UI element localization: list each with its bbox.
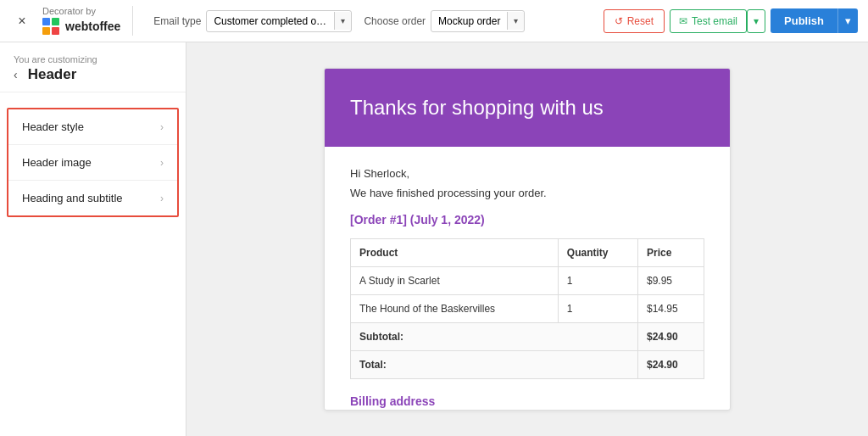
you-are-customizing-label: You are customizing bbox=[14, 54, 172, 64]
email-type-arrow[interactable]: ▾ bbox=[334, 12, 351, 30]
sidebar-item-heading-subtitle[interactable]: Heading and subtitle › bbox=[8, 181, 177, 215]
test-email-button[interactable]: ✉ Test email bbox=[670, 9, 747, 33]
main-area: You are customizing ‹ Header Header styl… bbox=[0, 42, 868, 436]
reset-icon: ↺ bbox=[615, 15, 623, 27]
reset-button[interactable]: ↺ Reset bbox=[604, 9, 665, 33]
table-row: A Study in Scarlet 1 $9.95 bbox=[351, 267, 704, 295]
email-type-value[interactable]: Customer completed or... bbox=[207, 11, 334, 31]
cell-product: A Study in Scarlet bbox=[351, 267, 559, 295]
sidebar-menu: Header style › Header image › Heading an… bbox=[0, 92, 186, 232]
email-preview: Thanks for shopping with us Hi Sherlock,… bbox=[324, 68, 731, 411]
test-email-dropdown-icon: ▾ bbox=[754, 15, 759, 27]
cell-product: The Hound of the Baskervilles bbox=[351, 295, 559, 323]
subtotal-row: Subtotal: $24.90 bbox=[351, 323, 704, 351]
subtotal-value: $24.90 bbox=[637, 323, 704, 351]
preview-area: Thanks for shopping with us Hi Sherlock,… bbox=[186, 42, 868, 436]
email-order-link: [Order #1] (July 1, 2022) bbox=[350, 213, 704, 226]
topbar: × Decorator by webtoffee Email type Cust… bbox=[0, 0, 868, 42]
choose-order-select-wrapper[interactable]: Mockup order ▾ bbox=[431, 10, 525, 32]
sidebar-header: You are customizing ‹ Header bbox=[0, 42, 186, 92]
sidebar: You are customizing ‹ Header Header styl… bbox=[0, 42, 186, 436]
email-body: Hi Sherlock, We have finished processing… bbox=[325, 147, 730, 411]
table-header-row: Product Quantity Price bbox=[351, 239, 704, 267]
close-button[interactable]: × bbox=[10, 9, 34, 33]
test-email-dropdown-button[interactable]: ▾ bbox=[747, 9, 765, 33]
cell-quantity: 1 bbox=[558, 267, 637, 295]
sidebar-title-row: ‹ Header bbox=[14, 66, 172, 83]
brand-logo-area: Decorator by webtoffee bbox=[42, 6, 133, 36]
email-type-group: Email type Customer completed or... ▾ bbox=[153, 10, 352, 32]
sidebar-item-header-image[interactable]: Header image › bbox=[8, 145, 177, 181]
test-email-group: ✉ Test email ▾ bbox=[670, 9, 765, 33]
email-type-label: Email type bbox=[153, 15, 201, 27]
email-intro: We have finished processing your order. bbox=[350, 187, 704, 199]
webtoffee-logo bbox=[42, 17, 61, 36]
publish-button[interactable]: Publish bbox=[771, 8, 837, 33]
cell-price: $14.95 bbox=[637, 295, 704, 323]
email-header-text: Thanks for shopping with us bbox=[350, 96, 704, 120]
col-product: Product bbox=[351, 239, 559, 267]
chevron-right-icon-1: › bbox=[160, 121, 164, 133]
topbar-actions: ↺ Reset ✉ Test email ▾ Publish ▾ bbox=[604, 8, 858, 33]
sidebar-back-button[interactable]: ‹ bbox=[14, 69, 21, 81]
email-type-select-wrapper[interactable]: Customer completed or... ▾ bbox=[206, 10, 352, 32]
total-label: Total: bbox=[351, 351, 638, 379]
publish-group: Publish ▾ bbox=[771, 8, 858, 33]
choose-order-arrow[interactable]: ▾ bbox=[507, 12, 524, 30]
billing-section: Billing address bbox=[350, 394, 704, 408]
reset-label: Reset bbox=[627, 15, 654, 27]
col-quantity: Quantity bbox=[558, 239, 637, 267]
chevron-right-icon-2: › bbox=[160, 157, 164, 169]
sidebar-item-header-image-label: Header image bbox=[22, 156, 92, 169]
cell-quantity: 1 bbox=[558, 295, 637, 323]
email-greeting: Hi Sherlock, bbox=[350, 167, 704, 180]
choose-order-value[interactable]: Mockup order bbox=[431, 11, 507, 31]
choose-order-label: Choose order bbox=[364, 15, 426, 27]
sidebar-menu-highlighted-group: Header style › Header image › Heading an… bbox=[7, 108, 179, 217]
test-email-label: Test email bbox=[692, 15, 737, 27]
choose-order-group: Choose order Mockup order ▾ bbox=[364, 10, 525, 32]
total-row: Total: $24.90 bbox=[351, 351, 704, 379]
subtotal-label: Subtotal: bbox=[351, 323, 638, 351]
brand-name: webtoffee bbox=[65, 20, 120, 33]
table-row: The Hound of the Baskervilles 1 $14.95 bbox=[351, 295, 704, 323]
chevron-right-icon-3: › bbox=[160, 193, 164, 204]
email-header: Thanks for shopping with us bbox=[325, 69, 730, 147]
billing-title: Billing address bbox=[350, 394, 704, 408]
publish-dropdown-icon: ▾ bbox=[845, 14, 851, 27]
order-table: Product Quantity Price A Study in Scarle… bbox=[350, 238, 704, 379]
sidebar-item-header-style-label: Header style bbox=[22, 120, 84, 133]
cell-price: $9.95 bbox=[637, 267, 704, 295]
brand-subtitle: Decorator by bbox=[42, 6, 120, 16]
sidebar-item-heading-subtitle-label: Heading and subtitle bbox=[22, 192, 123, 204]
publish-dropdown-button[interactable]: ▾ bbox=[837, 8, 858, 33]
sidebar-section-title: Header bbox=[28, 66, 77, 83]
topbar-filters: Email type Customer completed or... ▾ Ch… bbox=[153, 10, 525, 32]
sidebar-item-header-style[interactable]: Header style › bbox=[8, 109, 177, 145]
col-price: Price bbox=[637, 239, 704, 267]
total-value: $24.90 bbox=[637, 351, 704, 379]
email-icon: ✉ bbox=[679, 15, 687, 27]
